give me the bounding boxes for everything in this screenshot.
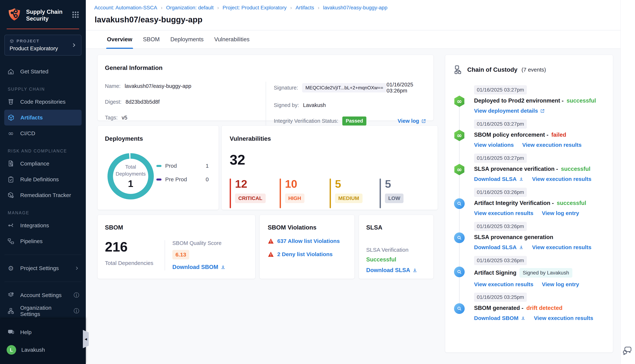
legend-item-pre-prod: Pre Prod 0 [156,176,209,182]
view-execution-results-link[interactable]: View execution results [532,244,591,250]
sidebar-item-account-settings[interactable]: Account Settings ⓘ [0,287,86,303]
layers-gear-icon [7,291,15,300]
pipeline-icon: ∞ [454,164,465,175]
org-gear-icon [7,307,15,315]
breadcrumb-artifacts[interactable]: Artifacts [295,5,314,11]
signature-date: 01/16/2025 03:26pm [387,82,426,94]
event-timestamp: 01/16/2025 03:26pm [474,222,527,231]
pre-prod-color-swatch [156,178,161,180]
info-icon[interactable]: ⓘ [74,292,79,299]
sidebar-item-get-started[interactable]: Get Started [0,64,86,80]
sidebar-item-compliance[interactable]: Compliance [0,156,86,172]
severity-high: 10 HIGH [280,178,330,208]
download-slsa-link[interactable]: Download SLSA [474,176,524,182]
slsa-verification-label: SLSA Verification [366,247,426,253]
help-button[interactable]: ? Help [0,324,86,340]
tab-vulnerabilities[interactable]: Vulnerabilities [214,30,250,48]
chain-of-custody-timeline: ∞ 01/16/2025 03:27pm Deployed to Prod2 e… [445,85,607,322]
info-icon[interactable]: ⓘ [74,307,79,315]
view-execution-results-link[interactable]: View execution results [474,281,533,288]
download-sbom-link[interactable]: Download SBOM [172,264,226,270]
sidebar-item-artifacts[interactable]: Artifacts [4,110,82,126]
scrollbar-gutter[interactable] [620,0,635,364]
severity-bar [330,178,331,208]
timeline-event-slsa-verification: ∞ 01/16/2025 03:27pm SLSA provenance ver… [445,154,607,182]
severity-breakdown: 12 CRITICAL 10 HIGH [230,178,430,208]
chat-feedback-icon[interactable] [622,345,633,356]
breadcrumb-current[interactable]: lavakush07/easy-buggy-app [323,5,387,11]
code-repo-icon [7,98,15,106]
tab-sbom[interactable]: SBOM [142,30,160,48]
scan-icon [454,198,465,209]
sidebar-item-organization-settings[interactable]: Organization Settings ⓘ [0,303,86,319]
sidebar-collapse-handle[interactable]: ◀ [83,330,89,348]
severity-bar [230,178,231,208]
breadcrumb-account[interactable]: Account: Automation-SSCA [94,5,157,11]
supply-chain-security-logo-icon [7,7,22,23]
view-deployment-details-link[interactable]: View deployment details [474,108,545,114]
sidebar-item-rule-definitions[interactable]: Rule Definitions [0,172,86,187]
event-title: SLSA provenance verification - [474,166,558,172]
view-log-link[interactable]: View log [398,118,426,124]
breadcrumb-separator: › [217,5,219,11]
sidebar-item-remediation-tracker[interactable]: Remediation Tracker [0,187,86,203]
card-title: Chain of Custody [467,66,517,73]
card-title: SBOM Violations [268,224,346,231]
chain-of-custody-card: Chain of Custody (7 events) ∞ 01/16/2025… [445,55,613,352]
general-information-card: General Information Name: lavakush07/eas… [97,55,434,121]
breadcrumb-separator: › [290,5,292,11]
project-selector[interactable]: PROJECT Product Exploratory [5,35,81,56]
view-violations-link[interactable]: View violations [474,142,514,148]
timeline-event-sbom-generated: 01/16/2025 03:25pm SBOM generated - drif… [445,293,607,322]
digest-label: Digest: [105,99,121,105]
event-status: successful [557,200,586,206]
sidebar-item-label: Pipelines [20,238,43,244]
sidebar-item-code-repositories[interactable]: Code Repositories [0,94,86,110]
artifact-cube-icon [7,114,15,122]
view-log-entry-link[interactable]: View log entry [542,281,579,288]
document-search-icon [7,160,15,168]
module-switcher-grid-icon[interactable] [71,10,80,20]
severity-critical: 12 CRITICAL [230,178,280,208]
allow-list-violations-link[interactable]: 637 Allow list Violations [277,238,340,244]
sbom-violations-card: SBOM Violations 637 Allow list Violation… [260,215,355,279]
view-execution-results-link[interactable]: View execution results [534,315,593,321]
sidebar-item-project-settings[interactable]: ⚙ Project Settings [0,260,86,276]
event-status: successful [566,98,596,104]
breadcrumb-organization[interactable]: Organization: default [166,5,214,11]
timeline-event-artifact-integrity: 01/16/2025 03:26pm Artifact Integrity Ve… [445,188,607,217]
donut-center-label: Total Deployments [115,164,146,178]
sidebar-item-label: Rule Definitions [20,176,59,182]
app-window: Supply Chain Security PROJECT Product Ex… [0,0,635,364]
general-info-right: Signature: MEQCICde2VjIT...bL+2+mqnOXw==… [266,82,426,132]
clipboard-check-icon [7,175,15,184]
legend-item-prod: Prod 1 [156,163,209,169]
sidebar-item-label: Compliance [20,160,49,167]
signature-label: Signature: [274,85,298,91]
sidebar-item-label: Project Settings [20,265,59,271]
tab-deployments[interactable]: Deployments [170,30,204,48]
sidebar-item-integrations[interactable]: Integrations [0,218,86,233]
view-execution-results-link[interactable]: View execution results [532,176,591,182]
sidebar-section-supply-chain: SUPPLY CHAIN [0,87,86,92]
breadcrumb-separator: › [161,5,162,11]
view-log-entry-link[interactable]: View log entry [542,210,579,216]
view-execution-results-link[interactable]: View execution results [474,210,533,216]
view-execution-results-link[interactable]: View execution results [522,142,581,148]
sidebar-item-label: Artifacts [20,114,43,121]
integrations-icon [7,221,15,230]
sidebar-item-cicd[interactable]: ∞ CI/CD [0,126,86,141]
main-area: Account: Automation-SSCA › Organization:… [86,0,635,364]
breadcrumb-project[interactable]: Project: Product Exploratory [223,5,287,11]
download-icon [519,245,524,250]
user-menu[interactable]: L Lavakush [0,342,86,358]
download-slsa-link[interactable]: Download SLSA [366,267,426,274]
integrity-status-label: Integrity Verification Status: [274,118,338,124]
deny-list-violations-link[interactable]: 2 Deny list Violations [277,251,333,258]
download-slsa-link[interactable]: Download SLSA [474,244,524,250]
remediation-box-icon [7,191,15,200]
tab-overview[interactable]: Overview [106,30,133,48]
download-sbom-link[interactable]: Download SBOM [474,315,525,321]
tags-label: Tags: [105,115,118,121]
sidebar-item-pipelines[interactable]: Pipelines [0,233,86,249]
